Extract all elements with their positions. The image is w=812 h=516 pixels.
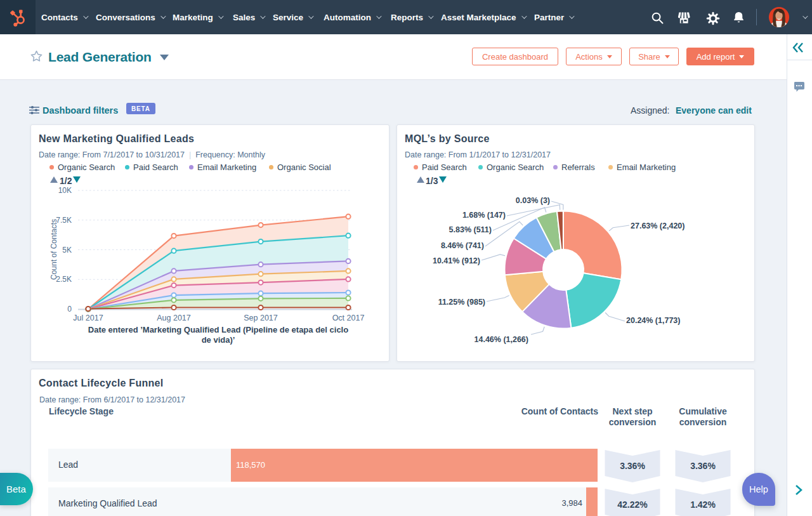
svg-text:Jul 2017: Jul 2017: [73, 314, 103, 322]
svg-text:10K: 10K: [58, 186, 72, 195]
svg-text:2.5K: 2.5K: [56, 275, 72, 284]
svg-text:42.22%: 42.22%: [617, 499, 648, 510]
svg-text:Aug 2017: Aug 2017: [157, 314, 191, 322]
svg-text:14.46% (1,266): 14.46% (1,266): [475, 335, 528, 344]
svg-text:3.36%: 3.36%: [620, 461, 645, 471]
svg-text:5K: 5K: [62, 246, 72, 255]
svg-text:1.68% (147): 1.68% (147): [462, 211, 506, 220]
svg-text:Oct 2017: Oct 2017: [332, 314, 365, 322]
svg-text:Sep 2017: Sep 2017: [244, 314, 278, 322]
svg-text:0.03% (3): 0.03% (3): [516, 196, 550, 205]
svg-text:0: 0: [67, 305, 72, 314]
svg-text:3.36%: 3.36%: [690, 461, 716, 471]
svg-text:1.42%: 1.42%: [690, 499, 716, 510]
svg-text:10.41% (912): 10.41% (912): [433, 256, 480, 265]
svg-text:5.83% (511): 5.83% (511): [449, 225, 492, 234]
svg-text:11.25% (985): 11.25% (985): [438, 298, 485, 307]
svg-text:Count of Contacts: Count of Contacts: [49, 219, 58, 280]
svg-text:7.5K: 7.5K: [56, 216, 72, 225]
svg-text:27.63% (2,420): 27.63% (2,420): [631, 222, 684, 230]
svg-text:20.24% (1,773): 20.24% (1,773): [626, 316, 680, 325]
svg-text:8.46% (741): 8.46% (741): [441, 241, 484, 250]
